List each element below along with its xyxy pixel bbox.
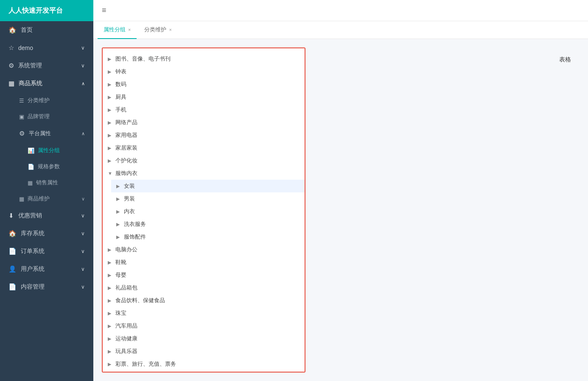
tree-node-13: ▶ 母婴	[103, 269, 305, 281]
node-label-18: 运动健康	[115, 335, 300, 342]
tree-node-row-17[interactable]: ▶ 汽车用品	[103, 320, 305, 332]
sidebar-item-category[interactable]: ☰ 分类维护	[0, 92, 93, 108]
tree-node-row-6[interactable]: ▶ 网络产品	[103, 116, 305, 129]
tree-node-row-20[interactable]: ▶ 彩票、旅行、充值、票务	[103, 358, 305, 370]
expand-icon-1: ▶	[108, 56, 114, 62]
tree-node-row-13[interactable]: ▶ 母婴	[103, 269, 305, 281]
sidebar-label-goods: 商品系统	[19, 80, 42, 87]
tree-node-18: ▶ 运动健康	[103, 332, 305, 345]
node-label-103: 内衣	[124, 208, 300, 215]
sidebar-label-content: 内容管理	[21, 283, 45, 291]
expand-icon-20: ▶	[108, 362, 114, 367]
chevron-down-icon-3: ∨	[81, 213, 85, 219]
tree-node-8: ▶ 家居家装	[103, 142, 305, 154]
tree-node-row-3[interactable]: ▶ 数码	[103, 78, 305, 91]
tree-node-row-10[interactable]: ▼ 服饰内衣	[103, 167, 305, 180]
tree-node-row-101[interactable]: ▶ 女装	[111, 180, 305, 192]
sidebar-item-goods[interactable]: ▦ 商品系统 ∧	[0, 75, 93, 92]
tree-node-6: ▶ 网络产品	[103, 116, 305, 129]
sidebar-item-attr-group[interactable]: 📊 属性分组	[0, 142, 93, 159]
tree-node-row-18[interactable]: ▶ 运动健康	[103, 332, 305, 345]
tree-node-row-2[interactable]: ▶ 钟表	[103, 65, 305, 78]
tree-node-row-104[interactable]: ▶ 洗衣服务	[111, 218, 305, 231]
sidebar-item-system[interactable]: ⚙ 系统管理 ∨	[0, 57, 93, 75]
tree-node-row-7[interactable]: ▶ 家用电器	[103, 129, 305, 142]
tree-node-row-12[interactable]: ▶ 鞋靴	[103, 256, 305, 269]
tree-node-row-5[interactable]: ▶ 手机	[103, 103, 305, 116]
expand-icon-7: ▶	[108, 133, 114, 138]
tree-node-row-16[interactable]: ▶ 珠宝	[103, 307, 305, 320]
node-label-8: 家居家装	[115, 144, 300, 152]
tree-node-row-11[interactable]: ▶ 电脑办公	[103, 243, 305, 256]
sidebar-label-attr-group: 属性分组	[38, 147, 60, 154]
node-label-7: 家用电器	[115, 131, 300, 139]
tab-category-close[interactable]: ×	[169, 27, 171, 32]
chevron-up-icon-2: ∧	[81, 131, 85, 136]
tab-category[interactable]: 分类维护 ×	[138, 21, 177, 39]
expand-icon-19: ▶	[108, 349, 114, 354]
tree-node-row-8[interactable]: ▶ 家居家装	[103, 142, 305, 154]
sidebar-item-sale-attr[interactable]: ▦ 销售属性	[0, 175, 93, 191]
sidebar-item-brand[interactable]: ▣ 品牌管理	[0, 108, 93, 125]
node-label-19: 玩具乐器	[115, 348, 300, 355]
expand-icon-2: ▶	[108, 69, 114, 75]
expand-icon-13: ▶	[108, 273, 114, 278]
expand-icon-9: ▶	[108, 158, 114, 164]
sidebar-item-users[interactable]: 👤 用户系统 ∨	[0, 260, 93, 278]
sidebar-item-product-maint[interactable]: ▦ 商品维护 ∨	[0, 191, 93, 207]
tree-node-row-9[interactable]: ▶ 个护化妆	[103, 154, 305, 167]
expand-icon-17: ▶	[108, 323, 114, 329]
sidebar-label-product-maint: 商品维护	[28, 195, 50, 203]
sidebar-item-demo[interactable]: ☆ demo ∨	[0, 39, 93, 57]
tree-node-row-14[interactable]: ▶ 礼品箱包	[103, 281, 305, 294]
node-label-11: 电脑办公	[115, 246, 300, 253]
expand-icon-104: ▶	[116, 222, 122, 227]
sidebar-item-promo[interactable]: ⬇ 优惠营销 ∨	[0, 207, 93, 225]
sidebar-item-home[interactable]: 🏠 首页	[0, 21, 93, 39]
sidebar-label-inventory: 库存系统	[21, 230, 45, 237]
tab-attr-group-close[interactable]: ×	[128, 27, 131, 32]
expand-icon-101: ▶	[116, 184, 122, 189]
sidebar-item-inventory[interactable]: 🏠 库存系统 ∨	[0, 225, 93, 242]
expand-icon-6: ▶	[108, 120, 114, 125]
tree-node-row-102[interactable]: ▶ 男装	[111, 192, 305, 205]
expand-icon-11: ▶	[108, 247, 114, 253]
sidebar-item-orders[interactable]: 📄 订单系统 ∨	[0, 242, 93, 260]
node-label-13: 母婴	[115, 271, 300, 279]
doc-icon: 📄	[28, 164, 34, 170]
sidebar-label-promo: 优惠营销	[18, 212, 42, 220]
node-label-16: 珠宝	[115, 309, 300, 317]
tree-node-row-1[interactable]: ▶ 图书、音像、电子书刊	[103, 53, 305, 65]
expand-icon-5: ▶	[108, 107, 114, 113]
chart-icon: 📊	[28, 147, 34, 154]
tree-node-17: ▶ 汽车用品	[103, 320, 305, 332]
sidebar-label-brand: 品牌管理	[28, 113, 50, 120]
grid-icon-2: ▦	[19, 196, 24, 202]
sidebar-item-content[interactable]: 📄 内容管理 ∨	[0, 278, 93, 296]
sidebar-label-demo: demo	[18, 44, 33, 51]
brand-icon: ▣	[19, 114, 24, 120]
tree-node-row-4[interactable]: ▶ 厨具	[103, 91, 305, 103]
node-label-6: 网络产品	[115, 119, 300, 126]
tree-node-row-21[interactable]: ▶ 生鲜	[103, 370, 305, 373]
tree-node-row-103[interactable]: ▶ 内衣	[111, 205, 305, 218]
expand-icon-10: ▼	[108, 171, 114, 176]
tree-node-row-105[interactable]: ▶ 服饰配件	[111, 231, 305, 243]
expand-icon-16: ▶	[108, 311, 114, 316]
sidebar-item-spec-param[interactable]: 📄 规格参数	[0, 159, 93, 175]
tree-node-row-19[interactable]: ▶ 玩具乐器	[103, 345, 305, 358]
tree-node-row-15[interactable]: ▶ 食品饮料、保健食品	[103, 294, 305, 307]
tree-node-2: ▶ 钟表	[103, 65, 305, 78]
tree-node-9: ▶ 个护化妆	[103, 154, 305, 167]
expand-icon-8: ▶	[108, 145, 114, 151]
tree-node-16: ▶ 珠宝	[103, 307, 305, 320]
tab-attr-group[interactable]: 属性分组 ×	[98, 21, 137, 39]
chevron-down-icon-2: ∨	[81, 196, 85, 202]
chevron-up-icon: ∧	[81, 81, 85, 86]
category-tree[interactable]: ▶ 图书、音像、电子书刊 ▶ 钟表 ▶ 数码 ▶ 厨具	[102, 47, 305, 373]
node-label-9: 个护化妆	[115, 157, 300, 164]
hamburger-button[interactable]: ≡	[102, 6, 106, 15]
tree-node-4: ▶ 厨具	[103, 91, 305, 103]
sidebar-item-platform-attr[interactable]: ⚙ 平台属性 ∧	[0, 125, 93, 142]
tree-node-7: ▶ 家用电器	[103, 129, 305, 142]
